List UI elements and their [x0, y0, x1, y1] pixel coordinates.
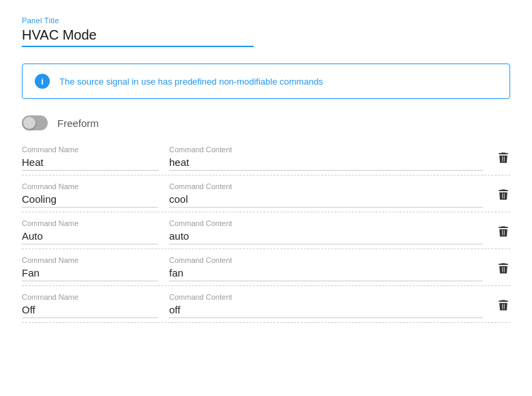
trash-icon-3 — [497, 261, 510, 277]
command-name-label-4: Command Name — [22, 293, 158, 301]
freeform-row: Freeform — [22, 115, 510, 130]
command-name-input-4[interactable] — [22, 304, 158, 318]
info-icon: i — [35, 74, 50, 89]
command-name-input-3[interactable] — [22, 267, 158, 281]
freeform-label: Freeform — [57, 117, 99, 129]
info-banner: i The source signal in use has predefine… — [22, 63, 510, 99]
command-content-label-0: Command Content — [169, 145, 483, 154]
command-row: Command Name Command Content — [22, 212, 510, 249]
command-content-input-0[interactable] — [169, 156, 483, 171]
command-name-field-4: Command Name — [22, 293, 158, 318]
command-row: Command Name Command Content — [22, 175, 510, 212]
delete-command-button-2[interactable] — [483, 225, 510, 244]
command-content-label-2: Command Content — [169, 219, 483, 227]
command-name-input-2[interactable] — [22, 230, 158, 244]
panel-title-label: Panel Title — [22, 16, 510, 25]
panel-title-section: Panel Title — [22, 16, 510, 47]
command-content-label-4: Command Content — [169, 293, 483, 301]
command-row: Command Name Command Content — [22, 249, 510, 286]
command-name-input-0[interactable] — [22, 156, 158, 171]
command-content-input-3[interactable] — [169, 267, 483, 281]
command-row: Command Name Command Content — [22, 139, 510, 175]
trash-icon-0 — [497, 151, 510, 167]
command-content-field-3: Command Content — [169, 256, 483, 281]
command-content-input-2[interactable] — [169, 230, 483, 244]
command-content-input-4[interactable] — [169, 304, 483, 318]
command-name-field-0: Command Name — [22, 145, 158, 171]
command-content-field-2: Command Content — [169, 219, 483, 244]
commands-list: Command Name Command Content Command Nam… — [22, 139, 510, 323]
trash-icon-1 — [497, 188, 510, 203]
command-content-field-0: Command Content — [169, 145, 483, 171]
freeform-toggle[interactable] — [22, 115, 48, 130]
command-content-field-1: Command Content — [169, 182, 483, 208]
command-name-label-0: Command Name — [22, 145, 158, 154]
command-name-input-1[interactable] — [22, 193, 158, 208]
info-banner-text: The source signal in use has predefined … — [59, 76, 323, 87]
trash-icon-4 — [497, 298, 510, 314]
command-name-field-2: Command Name — [22, 219, 158, 244]
command-row: Command Name Command Content — [22, 286, 510, 323]
command-name-label-3: Command Name — [22, 256, 158, 264]
command-content-input-1[interactable] — [169, 193, 483, 208]
command-content-label-1: Command Content — [169, 182, 483, 190]
command-name-label-2: Command Name — [22, 219, 158, 227]
panel-title-input[interactable] — [22, 27, 254, 47]
command-content-field-4: Command Content — [169, 293, 483, 318]
delete-command-button-1[interactable] — [483, 188, 510, 208]
trash-icon-2 — [497, 225, 510, 240]
command-content-label-3: Command Content — [169, 256, 483, 264]
command-name-field-1: Command Name — [22, 182, 158, 208]
command-name-field-3: Command Name — [22, 256, 158, 281]
delete-command-button-4[interactable] — [483, 298, 510, 318]
delete-command-button-3[interactable] — [483, 261, 510, 281]
delete-command-button-0[interactable] — [483, 151, 510, 171]
toggle-knob — [23, 117, 35, 129]
command-name-label-1: Command Name — [22, 182, 158, 190]
